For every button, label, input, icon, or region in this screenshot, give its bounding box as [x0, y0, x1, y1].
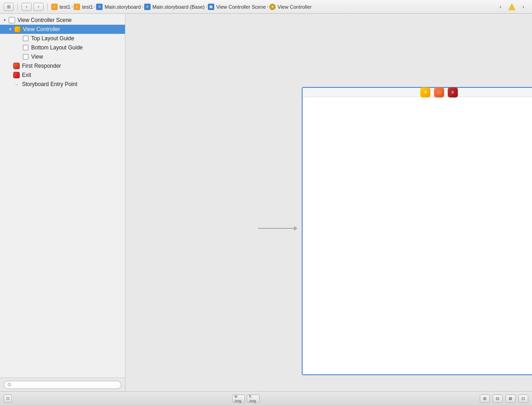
- sidebar-content: ▾ View Controller Scene ▾ View Controlle…: [0, 14, 125, 378]
- bottom-center: w Any h Any: [232, 394, 260, 403]
- exit-icon-sidebar: [13, 71, 20, 79]
- sidebar-item-view[interactable]: View: [0, 52, 125, 61]
- bottom-left: ⊙: [4, 394, 12, 403]
- toolbar-right: ‹ ›: [495, 3, 528, 11]
- breadcrumb-label-3: Main.storyboard: [104, 4, 141, 10]
- breadcrumb-sep-3: ›: [141, 4, 143, 9]
- view-label: View: [31, 54, 43, 60]
- sidebar-item-first-responder[interactable]: First Responder: [0, 61, 125, 70]
- breadcrumb-label-4: Main.storyboard (Base): [152, 4, 205, 10]
- size-h-label: h Any: [249, 394, 257, 403]
- bottom-layout-label: Bottom Layout Guide: [31, 44, 83, 51]
- vc-icon-sidebar: [14, 26, 21, 33]
- main-area: ▾ View Controller Scene ▾ View Controlle…: [0, 14, 532, 391]
- breadcrumb-item-3[interactable]: S Main.storyboard: [96, 4, 141, 10]
- breadcrumb-label-5: View Controller Scene: [216, 4, 266, 10]
- storyboard-icon-1: S: [96, 4, 103, 10]
- nav-right-btn[interactable]: ›: [518, 3, 528, 11]
- entry-arrow-icon: →: [13, 81, 20, 88]
- scene-label: View Controller Scene: [17, 17, 72, 23]
- sidebar-item-exit[interactable]: Exit: [0, 70, 125, 80]
- bottom-right: ⊞ ⊟ ⊠ ⊡: [480, 394, 528, 403]
- sidebar-item-vc[interactable]: ▾ View Controller: [0, 25, 125, 34]
- breadcrumb-item-4[interactable]: S Main.storyboard (Base): [144, 4, 205, 10]
- nav-left-btn[interactable]: ‹: [495, 3, 505, 11]
- exit-label: Exit: [22, 72, 31, 78]
- sidebar-item-top-layout[interactable]: Top Layout Guide: [0, 34, 125, 43]
- vc-icon-symbol: ☀: [423, 90, 428, 95]
- breadcrumb-item-2[interactable]: f test1: [74, 4, 93, 10]
- breadcrumb: f test1 › f test1 › S Main.storyboard › …: [51, 4, 494, 10]
- sidebar-item-bottom-layout[interactable]: Bottom Layout Guide: [0, 43, 125, 52]
- breadcrumb-sep-2: ›: [94, 4, 95, 9]
- arrow-line: [258, 228, 295, 229]
- separator-1: [17, 3, 18, 11]
- toolbar-left: ⊞ ‹ ›: [4, 3, 49, 11]
- fr-label: First Responder: [22, 63, 61, 69]
- breadcrumb-item-6[interactable]: ● View Controller: [269, 4, 311, 10]
- layout-btn-1[interactable]: ⊞: [480, 394, 490, 403]
- breadcrumb-sep-1: ›: [71, 4, 73, 9]
- view-controller-frame[interactable]: ☀ □ ≡: [302, 87, 532, 375]
- scene-icon-breadcrumb: ▣: [208, 4, 214, 10]
- storyboard-icon-2: S: [144, 4, 151, 10]
- vc-label: View Controller: [23, 26, 60, 32]
- top-layout-label: Top Layout Guide: [31, 35, 74, 42]
- grid-view-btn[interactable]: ⊞: [4, 3, 14, 11]
- scene-icon-sidebar: [8, 16, 16, 24]
- guide-icon-1: [22, 35, 29, 42]
- folder-icon-2: f: [74, 4, 80, 10]
- bottom-bar: ⊙ w Any h Any ⊞ ⊟ ⊠ ⊡: [0, 391, 532, 405]
- search-input[interactable]: [4, 381, 121, 389]
- search-icon: ⊙: [7, 382, 11, 388]
- search-container: ⊙: [4, 381, 121, 389]
- breadcrumb-sep-5: ›: [267, 4, 268, 9]
- vc-orange-symbol: □: [438, 90, 440, 95]
- size-mode-btn[interactable]: w Any: [232, 394, 245, 403]
- forward-btn[interactable]: ›: [33, 3, 43, 11]
- size-w-label: w Any: [234, 394, 243, 403]
- toggle-scene[interactable]: ▾: [2, 17, 7, 23]
- layout-btn-4[interactable]: ⊡: [518, 394, 528, 403]
- toggle-vc[interactable]: ▾: [7, 27, 13, 32]
- separator-2: [47, 3, 48, 11]
- canvas-area[interactable]: ☀ □ ≡: [125, 14, 532, 391]
- sidebar-item-scene[interactable]: ▾ View Controller Scene: [0, 16, 125, 25]
- vc-red-icon[interactable]: ≡: [448, 87, 458, 97]
- entry-point-label: Storyboard Entry Point: [22, 81, 77, 87]
- layout-btn-3[interactable]: ⊠: [505, 394, 516, 403]
- toolbar: ⊞ ‹ › f test1 › f test1 › S Main.storybo…: [0, 0, 532, 14]
- breadcrumb-label-2: test1: [82, 4, 93, 10]
- vc-icon-breadcrumb: ●: [269, 4, 276, 10]
- breadcrumb-sep-4: ›: [206, 4, 207, 9]
- guide-icon-2: [22, 44, 29, 51]
- vc-orange-icon[interactable]: □: [434, 87, 444, 97]
- breadcrumb-label-1: test1: [60, 4, 71, 10]
- vc-red-symbol: ≡: [451, 90, 454, 95]
- sidebar: ▾ View Controller Scene ▾ View Controlle…: [0, 14, 125, 391]
- breadcrumb-label-6: View Controller: [277, 4, 311, 10]
- vc-header-bar: ☀ □ ≡: [303, 88, 532, 97]
- size-h-btn[interactable]: h Any: [247, 394, 260, 403]
- sidebar-item-entry-point[interactable]: → Storyboard Entry Point: [0, 80, 125, 89]
- folder-icon-1: f: [51, 4, 58, 10]
- breadcrumb-item-1[interactable]: f test1: [51, 4, 71, 10]
- vc-view-body[interactable]: [303, 97, 532, 374]
- fr-icon-sidebar: [13, 62, 20, 70]
- storyboard-entry-arrow: [258, 228, 295, 229]
- layout-btn-2[interactable]: ⊟: [493, 394, 503, 403]
- vc-yellow-icon[interactable]: ☀: [420, 87, 430, 97]
- breadcrumb-item-5[interactable]: ▣ View Controller Scene: [208, 4, 266, 10]
- sidebar-bottom: ⊙: [0, 378, 125, 391]
- back-btn[interactable]: ‹: [22, 3, 32, 11]
- view-icon-sidebar: [22, 53, 29, 60]
- location-btn[interactable]: ⊙: [4, 394, 12, 403]
- warning-icon: [508, 3, 516, 11]
